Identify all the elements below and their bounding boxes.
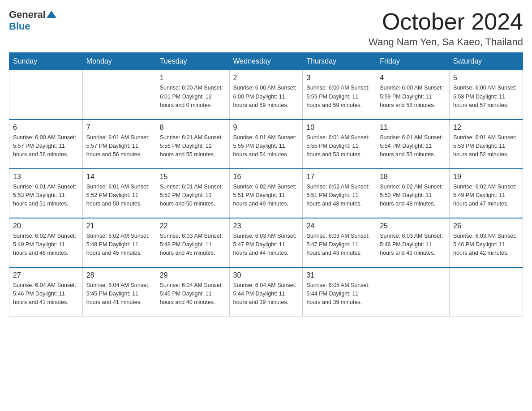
day-number: 28 xyxy=(86,271,152,279)
header-friday: Friday xyxy=(376,53,450,70)
day-number: 19 xyxy=(453,173,519,181)
calendar-week-row: 6Sunrise: 6:00 AM Sunset: 5:57 PM Daylig… xyxy=(9,120,523,169)
day-info: Sunrise: 6:01 AM Sunset: 5:57 PM Dayligh… xyxy=(86,133,152,159)
table-row: 21Sunrise: 6:02 AM Sunset: 5:48 PM Dayli… xyxy=(82,218,156,267)
day-number: 11 xyxy=(380,124,446,132)
table-row: 15Sunrise: 6:01 AM Sunset: 5:52 PM Dayli… xyxy=(156,169,229,218)
title-section: October 2024 Wang Nam Yen, Sa Kaeo, Thai… xyxy=(369,9,523,48)
table-row: 26Sunrise: 6:03 AM Sunset: 5:46 PM Dayli… xyxy=(450,218,523,267)
header-wednesday: Wednesday xyxy=(229,53,303,70)
table-row: 10Sunrise: 6:01 AM Sunset: 5:55 PM Dayli… xyxy=(303,120,376,169)
day-number: 23 xyxy=(233,222,299,230)
table-row: 2Sunrise: 6:00 AM Sunset: 6:00 PM Daylig… xyxy=(229,70,303,120)
table-row: 29Sunrise: 6:04 AM Sunset: 5:45 PM Dayli… xyxy=(156,267,229,317)
day-number: 21 xyxy=(86,222,152,230)
day-number: 27 xyxy=(13,271,79,279)
day-info: Sunrise: 6:03 AM Sunset: 5:46 PM Dayligh… xyxy=(453,232,519,258)
table-row: 31Sunrise: 6:05 AM Sunset: 5:44 PM Dayli… xyxy=(303,267,376,317)
day-number: 17 xyxy=(306,173,372,181)
day-number: 1 xyxy=(160,74,226,82)
day-number: 22 xyxy=(160,222,226,230)
table-row: 18Sunrise: 6:02 AM Sunset: 5:50 PM Dayli… xyxy=(376,169,450,218)
day-number: 12 xyxy=(453,124,519,132)
table-row: 25Sunrise: 6:03 AM Sunset: 5:46 PM Dayli… xyxy=(376,218,450,267)
table-row: 11Sunrise: 6:01 AM Sunset: 5:54 PM Dayli… xyxy=(376,120,450,169)
table-row: 1Sunrise: 6:00 AM Sunset: 6:01 PM Daylig… xyxy=(156,70,229,120)
table-row: 12Sunrise: 6:01 AM Sunset: 5:53 PM Dayli… xyxy=(450,120,523,169)
day-info: Sunrise: 6:01 AM Sunset: 5:55 PM Dayligh… xyxy=(306,133,372,159)
location-title: Wang Nam Yen, Sa Kaeo, Thailand xyxy=(369,36,523,48)
day-info: Sunrise: 6:01 AM Sunset: 5:56 PM Dayligh… xyxy=(160,133,226,159)
table-row: 22Sunrise: 6:03 AM Sunset: 5:48 PM Dayli… xyxy=(156,218,229,267)
calendar-table: Sunday Monday Tuesday Wednesday Thursday… xyxy=(9,52,523,317)
table-row: 19Sunrise: 6:02 AM Sunset: 5:49 PM Dayli… xyxy=(450,169,523,218)
day-number: 9 xyxy=(233,124,299,132)
day-info: Sunrise: 6:01 AM Sunset: 5:53 PM Dayligh… xyxy=(453,133,519,159)
day-number: 31 xyxy=(306,271,372,279)
table-row: 14Sunrise: 6:01 AM Sunset: 5:52 PM Dayli… xyxy=(82,169,156,218)
day-info: Sunrise: 6:02 AM Sunset: 5:51 PM Dayligh… xyxy=(233,183,299,209)
day-info: Sunrise: 6:02 AM Sunset: 5:50 PM Dayligh… xyxy=(380,183,446,209)
day-info: Sunrise: 6:03 AM Sunset: 5:48 PM Dayligh… xyxy=(160,232,226,258)
table-row: 8Sunrise: 6:01 AM Sunset: 5:56 PM Daylig… xyxy=(156,120,229,169)
page-header: General Blue October 2024 Wang Nam Yen, … xyxy=(9,9,523,48)
day-number: 2 xyxy=(233,74,299,82)
day-number: 16 xyxy=(233,173,299,181)
day-info: Sunrise: 6:03 AM Sunset: 5:47 PM Dayligh… xyxy=(306,232,372,258)
svg-marker-0 xyxy=(47,11,56,18)
day-number: 29 xyxy=(160,271,226,279)
day-number: 5 xyxy=(453,74,519,82)
table-row: 4Sunrise: 6:00 AM Sunset: 5:59 PM Daylig… xyxy=(376,70,450,120)
calendar-week-row: 1Sunrise: 6:00 AM Sunset: 6:01 PM Daylig… xyxy=(9,70,523,120)
day-number: 30 xyxy=(233,271,299,279)
day-info: Sunrise: 6:04 AM Sunset: 5:45 PM Dayligh… xyxy=(160,281,226,307)
table-row: 5Sunrise: 6:00 AM Sunset: 5:58 PM Daylig… xyxy=(450,70,523,120)
day-info: Sunrise: 6:00 AM Sunset: 5:58 PM Dayligh… xyxy=(453,84,519,110)
day-number: 13 xyxy=(13,173,79,181)
calendar-week-row: 13Sunrise: 6:01 AM Sunset: 5:53 PM Dayli… xyxy=(9,169,523,218)
header-monday: Monday xyxy=(82,53,156,70)
day-info: Sunrise: 6:03 AM Sunset: 5:46 PM Dayligh… xyxy=(380,232,446,258)
day-number: 14 xyxy=(86,173,152,181)
table-row: 9Sunrise: 6:01 AM Sunset: 5:55 PM Daylig… xyxy=(229,120,303,169)
table-row: 30Sunrise: 6:04 AM Sunset: 5:44 PM Dayli… xyxy=(229,267,303,317)
table-row: 20Sunrise: 6:02 AM Sunset: 5:49 PM Dayli… xyxy=(9,218,83,267)
day-number: 26 xyxy=(453,222,519,230)
day-info: Sunrise: 6:00 AM Sunset: 5:59 PM Dayligh… xyxy=(306,84,372,110)
table-row xyxy=(82,70,156,120)
day-info: Sunrise: 6:02 AM Sunset: 5:49 PM Dayligh… xyxy=(453,183,519,209)
day-info: Sunrise: 6:05 AM Sunset: 5:44 PM Dayligh… xyxy=(306,281,372,307)
day-number: 15 xyxy=(160,173,226,181)
header-saturday: Saturday xyxy=(450,53,523,70)
day-info: Sunrise: 6:01 AM Sunset: 5:54 PM Dayligh… xyxy=(380,133,446,159)
day-info: Sunrise: 6:02 AM Sunset: 5:51 PM Dayligh… xyxy=(306,183,372,209)
logo-triangle-icon xyxy=(47,10,56,19)
day-number: 25 xyxy=(380,222,446,230)
table-row xyxy=(376,267,450,317)
table-row: 7Sunrise: 6:01 AM Sunset: 5:57 PM Daylig… xyxy=(82,120,156,169)
table-row: 24Sunrise: 6:03 AM Sunset: 5:47 PM Dayli… xyxy=(303,218,376,267)
month-title: October 2024 xyxy=(369,9,523,34)
table-row: 16Sunrise: 6:02 AM Sunset: 5:51 PM Dayli… xyxy=(229,169,303,218)
day-number: 4 xyxy=(380,74,446,82)
table-row: 13Sunrise: 6:01 AM Sunset: 5:53 PM Dayli… xyxy=(9,169,83,218)
day-number: 10 xyxy=(306,124,372,132)
calendar-week-row: 20Sunrise: 6:02 AM Sunset: 5:49 PM Dayli… xyxy=(9,218,523,267)
table-row xyxy=(450,267,523,317)
day-info: Sunrise: 6:01 AM Sunset: 5:53 PM Dayligh… xyxy=(13,183,79,209)
day-info: Sunrise: 6:02 AM Sunset: 5:49 PM Dayligh… xyxy=(13,232,79,258)
day-number: 7 xyxy=(86,124,152,132)
day-info: Sunrise: 6:00 AM Sunset: 5:57 PM Dayligh… xyxy=(13,133,79,159)
day-number: 18 xyxy=(380,173,446,181)
day-number: 8 xyxy=(160,124,226,132)
day-info: Sunrise: 6:01 AM Sunset: 5:55 PM Dayligh… xyxy=(233,133,299,159)
day-number: 20 xyxy=(13,222,79,230)
day-info: Sunrise: 6:00 AM Sunset: 6:00 PM Dayligh… xyxy=(233,84,299,110)
header-thursday: Thursday xyxy=(303,53,376,70)
day-number: 24 xyxy=(306,222,372,230)
day-info: Sunrise: 6:00 AM Sunset: 6:01 PM Dayligh… xyxy=(160,84,226,110)
header-tuesday: Tuesday xyxy=(156,53,229,70)
logo-general: General xyxy=(9,9,46,21)
day-info: Sunrise: 6:03 AM Sunset: 5:47 PM Dayligh… xyxy=(233,232,299,258)
table-row: 23Sunrise: 6:03 AM Sunset: 5:47 PM Dayli… xyxy=(229,218,303,267)
